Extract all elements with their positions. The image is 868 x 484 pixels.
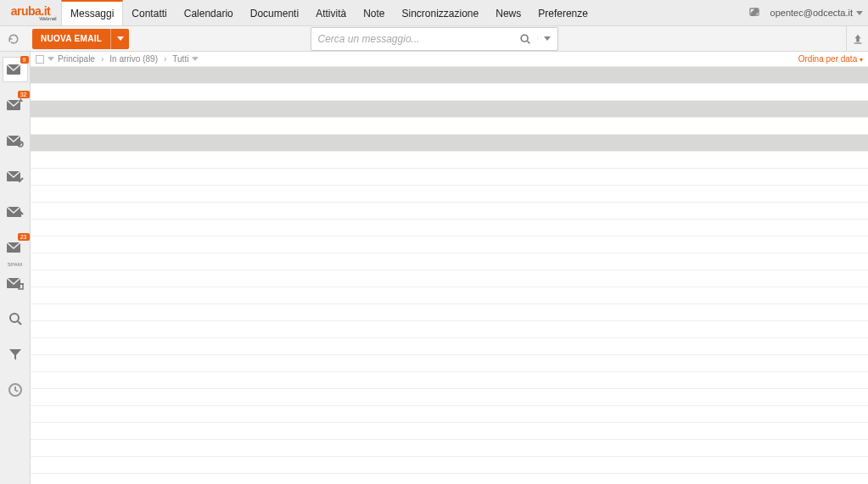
tab-sincronizzazione[interactable]: Sincronizzazione — [394, 0, 488, 25]
list-header: Principale In arrivo (89) Tutti Ordina p… — [31, 52, 868, 67]
breadcrumb-sep-icon — [161, 54, 169, 64]
message-row[interactable] — [31, 253, 868, 270]
message-row[interactable] — [31, 406, 868, 423]
message-row[interactable] — [31, 236, 868, 253]
tab-documenti[interactable]: Documenti — [242, 0, 307, 25]
rail-filter[interactable] — [3, 342, 28, 367]
check-icon — [6, 170, 25, 183]
breadcrumb-account[interactable]: Principale — [58, 54, 95, 64]
app-header: aruba.it Webmail MessaggiContattiCalenda… — [0, 0, 868, 26]
spam-icon — [6, 241, 25, 254]
message-row[interactable] — [31, 84, 868, 101]
tab-contatti[interactable]: Contatti — [123, 0, 175, 25]
rail-check[interactable] — [3, 164, 28, 189]
select-all-dropdown[interactable] — [48, 57, 54, 61]
toolbar: NUOVA EMAIL — [0, 26, 868, 52]
message-row[interactable] — [31, 220, 868, 236]
breadcrumb-sep-icon — [98, 54, 106, 64]
message-row[interactable] — [31, 440, 868, 457]
breadcrumb-folder[interactable]: In arrivo (89) — [109, 54, 158, 64]
svg-line-16 — [18, 321, 21, 325]
rail-trash[interactable] — [3, 270, 28, 296]
rail-outbox[interactable]: 32 — [3, 92, 28, 118]
chevron-down-icon — [544, 36, 551, 41]
rail-sublabel: SPAM — [8, 262, 22, 267]
select-all-checkbox[interactable] — [36, 55, 44, 64]
message-row[interactable] — [31, 389, 868, 406]
upload-button[interactable] — [846, 26, 868, 52]
inbox-icon — [6, 63, 25, 76]
upload-mail-icon — [6, 205, 25, 219]
rail-spam[interactable]: 23SPAM — [3, 235, 28, 260]
recent-icon — [8, 382, 23, 398]
message-row[interactable] — [31, 304, 868, 321]
new-email-dropdown[interactable] — [110, 29, 129, 49]
badge: 32 — [18, 91, 30, 98]
rail-search[interactable] — [3, 306, 28, 331]
brand-logo: aruba.it Webmail — [0, 0, 61, 26]
new-email-button[interactable]: NUOVA EMAIL — [32, 29, 110, 49]
message-row[interactable] — [31, 372, 868, 389]
tab-note[interactable]: Note — [355, 0, 393, 25]
tab-calendario[interactable]: Calendario — [176, 0, 242, 25]
message-row[interactable] — [31, 169, 868, 186]
new-email-group: NUOVA EMAIL — [32, 29, 129, 49]
message-row[interactable] — [31, 355, 868, 372]
rail-recent[interactable] — [3, 377, 28, 403]
trash-icon — [6, 276, 25, 290]
rail-sent[interactable] — [3, 128, 28, 153]
svg-rect-3 — [854, 42, 861, 43]
filter-dropdown[interactable] — [192, 57, 199, 61]
search-button[interactable] — [513, 33, 537, 45]
user-email: opentec@odcecta.it — [770, 8, 853, 18]
header-right: opentec@odcecta.it — [748, 6, 868, 19]
left-rail: 93223SPAM — [0, 52, 31, 484]
main: 93223SPAM Principale In arrivo (89) Tutt… — [0, 52, 868, 484]
chevron-down-icon — [117, 36, 124, 41]
filter-icon — [8, 347, 23, 362]
brand-sub: Webmail — [39, 16, 56, 21]
search-bar — [311, 27, 558, 51]
message-list[interactable] — [31, 67, 868, 484]
rail-upload-mail[interactable] — [3, 199, 28, 225]
message-row[interactable] — [31, 457, 868, 474]
svg-line-2 — [527, 41, 529, 43]
badge: 9 — [20, 56, 29, 64]
message-row[interactable] — [31, 203, 868, 220]
svg-rect-13 — [19, 284, 23, 289]
sort-menu[interactable]: Ordina per data ▾ — [798, 54, 863, 64]
message-row[interactable] — [31, 186, 868, 203]
search-icon — [8, 311, 23, 326]
message-row[interactable] — [31, 338, 868, 355]
message-row[interactable] — [31, 101, 868, 118]
message-row[interactable] — [31, 423, 868, 440]
svg-point-1 — [521, 35, 528, 42]
sent-icon — [6, 134, 25, 147]
message-row[interactable] — [31, 67, 868, 84]
message-pane: Principale In arrivo (89) Tutti Ordina p… — [31, 52, 868, 484]
svg-point-15 — [10, 314, 19, 322]
refresh-button[interactable] — [5, 31, 22, 47]
tab-preferenze[interactable]: Preferenze — [529, 0, 596, 25]
chevron-down-icon — [856, 11, 863, 15]
tab-attività[interactable]: Attività — [307, 0, 355, 25]
rail-inbox[interactable]: 9 — [3, 57, 28, 82]
outbox-icon — [6, 98, 25, 112]
breadcrumb-filter[interactable]: Tutti — [172, 54, 188, 64]
message-row[interactable] — [31, 270, 868, 287]
search-input[interactable] — [311, 33, 513, 45]
message-row[interactable] — [31, 135, 868, 152]
tab-messaggi[interactable]: Messaggi — [61, 0, 123, 25]
user-menu[interactable]: opentec@odcecta.it — [770, 8, 863, 18]
tab-news[interactable]: News — [487, 0, 529, 25]
compose-icon[interactable] — [748, 6, 762, 19]
badge: 23 — [18, 233, 30, 241]
message-row[interactable] — [31, 118, 868, 135]
message-row[interactable] — [31, 287, 868, 304]
message-row[interactable] — [31, 321, 868, 338]
main-tabs: MessaggiContattiCalendarioDocumentiAttiv… — [61, 0, 596, 25]
message-row[interactable] — [31, 152, 868, 169]
search-options[interactable] — [537, 36, 557, 41]
